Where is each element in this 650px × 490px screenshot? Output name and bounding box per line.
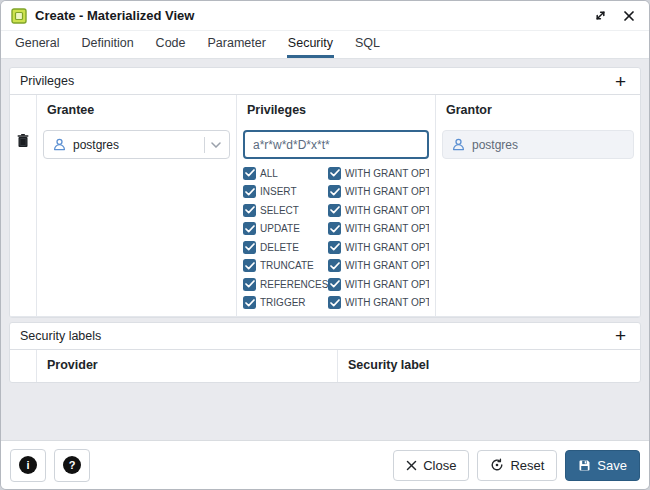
with-grant-checkbox-trigger[interactable] — [328, 296, 341, 309]
security-labels-grid-header: Provider Security label — [10, 350, 640, 382]
with-grant-label: WITH GRANT OPTION — [345, 168, 429, 179]
with-grant-checkbox-delete[interactable] — [328, 241, 341, 254]
add-privilege-button[interactable]: + — [611, 72, 630, 91]
with-grant-checkbox-references[interactable] — [328, 278, 341, 291]
security-labels-section-title: Security labels — [20, 329, 101, 343]
with-grant-label: WITH GRANT OPTION — [345, 242, 429, 253]
close-icon — [623, 10, 635, 22]
save-button[interactable]: Save — [565, 450, 640, 481]
user-icon — [451, 137, 466, 152]
close-button-label: Close — [423, 458, 456, 473]
security-labels-section-header: Security labels + — [10, 323, 640, 349]
help-button[interactable]: ? — [54, 449, 90, 482]
dialog-titlebar: Create - Materialized View — [1, 1, 649, 31]
info-button[interactable]: i — [10, 449, 46, 482]
privilege-row-trigger: TRIGGER WITH GRANT OPTION — [243, 296, 429, 310]
info-icon: i — [19, 456, 37, 474]
user-icon — [52, 137, 67, 152]
privilege-checkbox-references[interactable] — [243, 278, 256, 291]
tab-general[interactable]: General — [14, 31, 60, 58]
help-icon: ? — [63, 456, 81, 474]
privilege-checkbox-insert[interactable] — [243, 185, 256, 198]
with-grant-label: WITH GRANT OPTION — [345, 223, 429, 234]
column-header-grantee: Grantee — [37, 95, 237, 124]
reset-icon — [490, 458, 504, 472]
with-grant-label: WITH GRANT OPTION — [345, 297, 429, 308]
close-button[interactable]: Close — [393, 450, 469, 481]
reset-button[interactable]: Reset — [477, 450, 557, 481]
privilege-row-truncate: TRUNCATE WITH GRANT OPTION — [243, 259, 429, 273]
privilege-row-select: SELECT WITH GRANT OPTION — [243, 203, 429, 217]
privileges-grid-header: Grantee Privileges Grantor — [10, 95, 640, 124]
tab-security[interactable]: Security — [287, 31, 334, 58]
with-grant-checkbox-truncate[interactable] — [328, 259, 341, 272]
privilege-checkbox-select[interactable] — [243, 204, 256, 217]
create-materialized-view-dialog: Create - Materialized View General Defin… — [0, 0, 650, 490]
with-grant-label: WITH GRANT OPTION — [345, 279, 429, 290]
column-header-security-label: Security label — [338, 350, 640, 382]
privilege-label: TRIGGER — [260, 297, 306, 308]
privilege-label: TRUNCATE — [260, 260, 314, 271]
grantee-select[interactable]: postgres — [43, 130, 230, 159]
security-tab-panel: Privileges + Grantee Privileges Grantor — [1, 59, 649, 440]
delete-row-icon[interactable] — [17, 134, 29, 316]
save-icon — [578, 459, 591, 472]
with-grant-checkbox-all[interactable] — [328, 167, 341, 180]
dialog-footer: i ? Close Reset — [1, 440, 649, 489]
tab-sql[interactable]: SQL — [354, 31, 381, 58]
column-header-provider: Provider — [37, 350, 338, 382]
privileges-section-title: Privileges — [20, 74, 74, 88]
privilege-label: SELECT — [260, 205, 299, 216]
column-header-grantor: Grantor — [436, 95, 640, 124]
privilege-row-all: ALL WITH GRANT OPTION — [243, 166, 429, 180]
privilege-row-references: REFERENCES WITH GRANT OPTION — [243, 277, 429, 291]
add-security-label-button[interactable]: + — [611, 326, 630, 345]
privileges-section: Privileges + Grantee Privileges Grantor — [9, 67, 641, 318]
privilege-checkbox-all[interactable] — [243, 167, 256, 180]
privilege-label: ALL — [260, 168, 278, 179]
materialized-view-icon — [11, 8, 27, 24]
privileges-grid: Grantee Privileges Grantor — [10, 94, 640, 317]
privileges-section-header: Privileges + — [10, 68, 640, 94]
save-button-label: Save — [597, 458, 627, 473]
tab-code[interactable]: Code — [155, 31, 187, 58]
dialog-title: Create - Materialized View — [35, 8, 194, 23]
privilege-label: UPDATE — [260, 223, 300, 234]
privileges-grid-row: postgres — [10, 124, 640, 317]
grantee-value: postgres — [73, 138, 119, 152]
with-grant-label: WITH GRANT OPTION — [345, 205, 429, 216]
privilege-checkbox-update[interactable] — [243, 222, 256, 235]
with-grant-label: WITH GRANT OPTION — [345, 186, 429, 197]
security-labels-section: Security labels + Provider Security labe… — [9, 322, 641, 383]
with-grant-label: WITH GRANT OPTION — [345, 260, 429, 271]
chevron-down-icon — [211, 142, 221, 148]
with-grant-checkbox-insert[interactable] — [328, 185, 341, 198]
with-grant-checkbox-update[interactable] — [328, 222, 341, 235]
privilege-label: INSERT — [260, 186, 297, 197]
with-grant-checkbox-select[interactable] — [328, 204, 341, 217]
maximize-button[interactable] — [590, 7, 611, 24]
column-header-privileges: Privileges — [237, 95, 436, 124]
privilege-label: DELETE — [260, 242, 299, 253]
grantor-field: postgres — [442, 130, 634, 159]
privilege-checkbox-delete[interactable] — [243, 241, 256, 254]
privileges-input[interactable] — [243, 130, 429, 159]
security-labels-grid: Provider Security label — [10, 349, 640, 382]
close-window-button[interactable] — [619, 8, 639, 24]
maximize-icon — [594, 9, 607, 22]
tab-definition[interactable]: Definition — [80, 31, 134, 58]
privilege-row-update: UPDATE WITH GRANT OPTION — [243, 222, 429, 236]
privilege-label: REFERENCES — [260, 279, 328, 290]
privilege-row-insert: INSERT WITH GRANT OPTION — [243, 185, 429, 199]
tab-parameter[interactable]: Parameter — [207, 31, 267, 58]
privilege-row-delete: DELETE WITH GRANT OPTION — [243, 240, 429, 254]
privilege-checkbox-list: ALL WITH GRANT OPTION INSER — [243, 166, 429, 310]
reset-button-label: Reset — [510, 458, 544, 473]
privilege-checkbox-truncate[interactable] — [243, 259, 256, 272]
grantor-value: postgres — [472, 138, 518, 152]
privilege-checkbox-trigger[interactable] — [243, 296, 256, 309]
close-x-icon — [406, 460, 417, 471]
dialog-tabs: General Definition Code Parameter Securi… — [1, 31, 649, 59]
